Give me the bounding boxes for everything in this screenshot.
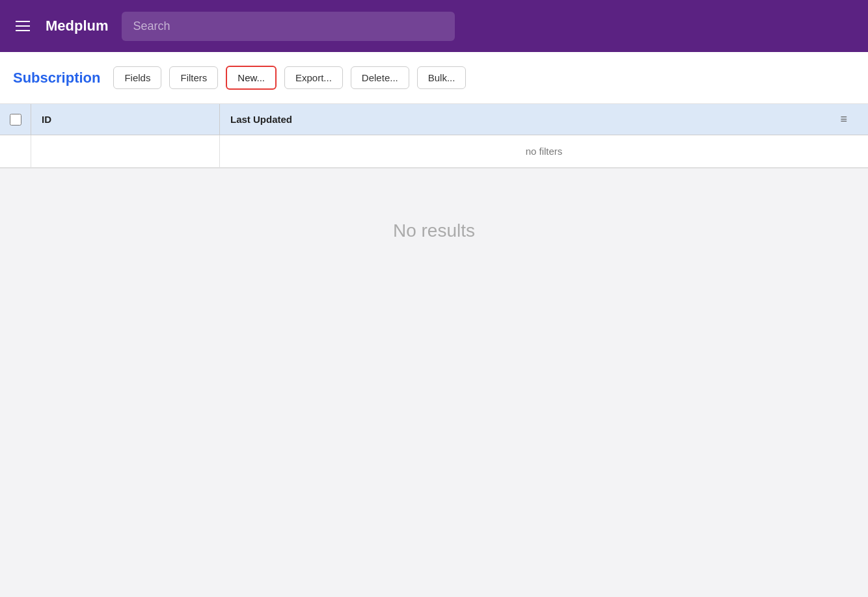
hamburger-menu-icon[interactable] — [13, 18, 33, 34]
app-header: Medplum — [0, 0, 868, 52]
delete-button[interactable]: Delete... — [351, 66, 409, 89]
column-header-id: ID — [31, 104, 220, 135]
new-button[interactable]: New... — [226, 66, 277, 90]
row-id-cell — [31, 135, 220, 167]
no-filters-message: no filters — [220, 146, 868, 157]
data-table: ID Last Updated ≡ no filters — [0, 104, 868, 168]
column-header-last-updated: Last Updated ≡ — [220, 113, 868, 126]
bottom-area — [0, 280, 868, 540]
columns-menu-icon[interactable]: ≡ — [830, 113, 858, 126]
select-all-checkbox[interactable] — [10, 114, 21, 126]
no-results-text: No results — [393, 220, 475, 241]
page-title: Subscription — [13, 70, 100, 86]
table-header-row: ID Last Updated ≡ — [0, 104, 868, 135]
no-results-section: No results — [0, 168, 868, 280]
fields-button[interactable]: Fields — [113, 66, 161, 89]
brand-title: Medplum — [46, 18, 109, 34]
export-button[interactable]: Export... — [284, 66, 343, 89]
toolbar: Subscription Fields Filters New... Expor… — [0, 52, 868, 104]
row-checkbox-cell — [0, 135, 31, 167]
table-row: no filters — [0, 135, 868, 168]
select-all-checkbox-cell[interactable] — [0, 104, 31, 135]
bulk-button[interactable]: Bulk... — [417, 66, 467, 89]
search-input[interactable] — [122, 12, 455, 41]
filters-button[interactable]: Filters — [169, 66, 218, 89]
